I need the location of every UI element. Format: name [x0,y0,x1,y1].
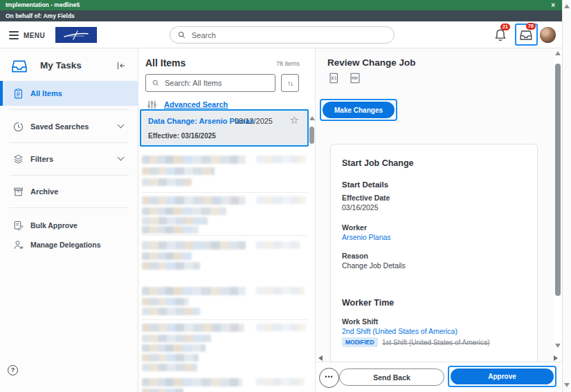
window-scroll-up-arrow[interactable] [564,4,570,8]
clipboard-icon [12,88,24,100]
divider [10,109,129,110]
field-value: Change Job Details [342,261,406,270]
sidebar-item-label: Filters [30,155,53,163]
sidebar-item-all-items[interactable]: All Items [0,81,138,106]
person-plus-icon [12,239,24,251]
on-behalf-text: On behalf of: Amy Fields [6,12,75,19]
notifications-button[interactable]: 21 [493,28,509,44]
sidebar-item-label: Bulk Approve [30,221,78,230]
sidebar-header: My Tasks [0,55,138,77]
action-footer: ••• Send Back Approve [316,362,562,392]
sidebar-item-label: All Items [30,89,62,97]
sidebar-title: My Tasks [40,60,82,71]
start-job-change-card: Start Job Change Start Details Effective… [330,144,538,392]
sidebar-item-label: Manage Delegations [30,241,101,249]
all-items-panel: All Items 78 items Search: All Items ↑↓ … [138,48,316,392]
window-scroll-down-arrow[interactable] [564,383,570,387]
worker-time-heading: Worker Time [342,298,394,308]
previous-shift-value: 1st Shift (United States of America) [382,339,490,346]
task-date: 03/12/2025 [235,117,273,125]
send-back-button[interactable]: Send Back [339,368,444,386]
sidebar-item-archive[interactable]: Archive [0,179,138,204]
task-item-selected[interactable]: Data Change: Arsenio Planas 03/12/2025 ☆… [140,109,309,147]
approve-button[interactable]: Approve [451,368,554,384]
archive-icon [12,186,24,198]
divider [10,207,129,208]
card-heading: Start Job Change [342,158,414,168]
make-changes-button[interactable]: Make Changes [323,102,395,118]
layers-icon [12,153,24,165]
medline-logo[interactable] [55,27,97,43]
sidebar-item-manage-delegations[interactable]: Manage Delegations [0,236,138,254]
chevron-down-icon [118,154,125,161]
my-tasks-inbox-button[interactable]: 78 [518,28,535,44]
my-tasks-tray-icon [10,57,29,76]
avatar[interactable] [540,27,556,43]
clock-icon [12,121,24,133]
app-header: MENU Search 21 [0,21,562,48]
panel-scroll-left-arrow[interactable] [318,355,323,361]
worker-link[interactable]: Arsenio Planas [342,233,391,241]
search-icon [177,30,186,39]
sidebar-item-bulk-approve[interactable]: Bulk Approve [0,216,138,234]
search-placeholder: Search [192,31,216,39]
field-label: Work Shift [342,317,378,326]
star-icon[interactable]: ☆ [290,114,299,127]
menu-button[interactable]: MENU [9,28,45,42]
notifications-badge: 21 [500,24,510,30]
approve-focus-ring: Approve [448,366,556,387]
medline-plane-icon [61,29,91,41]
svg-text:PDF: PDF [352,77,358,80]
make-changes-focus-ring: Make Changes [320,99,397,121]
divider [10,142,129,143]
my-tasks-focus-ring: 78 [515,24,538,46]
review-change-job-panel: Review Change Job PDF Make Changes Start… [316,48,554,392]
field-label: Worker [342,223,367,232]
panel-scroll-right-arrow[interactable] [554,355,558,361]
field-value: 03/16/2025 [342,203,379,212]
sidebar-item-label: Saved Searches [30,122,89,131]
tune-icon [147,100,157,110]
help-icon[interactable]: ? [8,365,18,375]
hamburger-icon [9,31,19,39]
advanced-search-label: Advanced Search [164,100,228,109]
document-pencil-icon [12,220,24,232]
work-shift-link[interactable]: 2nd Shift (United States of America) [342,327,457,335]
close-icon[interactable]: × [551,0,555,10]
detail-title: Review Change Job [327,57,416,68]
inbox-tray-icon [518,28,534,43]
list-title: All Items [145,57,185,68]
my-tasks-sidebar: My Tasks All Items [0,48,138,392]
panel-scrollbar-thumb[interactable] [555,64,561,296]
field-label: Effective Date [342,194,390,202]
task-effective-date: Effective: 03/16/2025 [148,132,216,140]
panel-scroll-up-arrow[interactable] [555,51,561,55]
sidebar-item-label: Archive [30,187,58,196]
implementation-banner: Implementation - medline5 × [0,0,562,10]
list-search-input[interactable]: Search: All Items [145,74,275,92]
workday-my-tasks-screen: Implementation - medline5 × On behalf of… [0,0,571,392]
field-label: Reason [342,252,368,260]
export-excel-icon[interactable] [328,72,341,84]
start-details-heading: Start Details [342,180,388,189]
collapse-sidebar-icon[interactable] [115,59,127,72]
implementation-title: Implementation - medline5 [6,1,80,8]
sidebar-item-filters[interactable]: Filters [0,147,138,171]
more-actions-button[interactable]: ••• [319,368,339,388]
export-pdf-icon[interactable]: PDF [349,72,361,84]
chevron-down-icon [118,122,125,129]
list-scroll-up-arrow[interactable] [309,116,315,120]
modified-badge: MODIFIED [342,337,378,347]
list-scrollbar-thumb[interactable] [309,127,314,144]
sidebar-item-saved-searches[interactable]: Saved Searches [0,114,138,139]
item-count: 78 items [276,60,300,67]
divider [10,175,129,176]
on-behalf-banner: On behalf of: Amy Fields [0,10,562,21]
panel-scroll-down-arrow[interactable] [555,344,561,348]
list-search-placeholder: Search: All Items [165,79,222,87]
sort-button[interactable]: ↑↓ [281,74,299,92]
my-tasks-badge: 78 [526,23,536,30]
window-scrollbar[interactable] [562,0,571,392]
menu-label: MENU [24,32,45,39]
global-search-input[interactable]: Search [170,26,395,44]
